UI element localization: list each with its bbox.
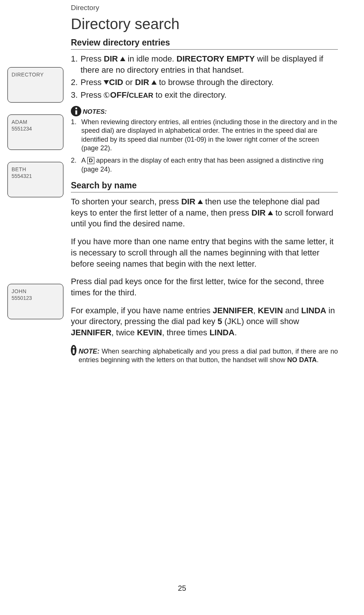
lcd-screen: BETH 5554321 <box>7 162 63 197</box>
text: in idle mode. <box>125 54 176 63</box>
lcd-screen: DIRECTORY <box>7 67 63 103</box>
text: to browse through the directory. <box>157 78 274 87</box>
status-label: NO DATA <box>287 356 317 364</box>
arrow-up-icon <box>198 200 203 204</box>
example-name: LINDA <box>301 306 326 315</box>
note-item: A D appears in the display of each entry… <box>71 156 338 174</box>
example-name: LINDA <box>210 328 235 337</box>
lcd-title: BETH <box>12 166 59 173</box>
sidebar-screens: DIRECTORY ADAM 5551234 BETH 5554321 JOHN… <box>0 0 71 364</box>
paragraph: If you have more than one name entry tha… <box>71 236 338 269</box>
text: Press <box>81 90 104 100</box>
arrow-up-icon <box>151 80 157 85</box>
text: or <box>123 78 135 87</box>
lcd-title: ADAM <box>12 119 59 125</box>
key-label: OFF/ <box>110 90 129 100</box>
key-label: DIR <box>181 197 195 206</box>
key-label: CID <box>109 78 123 87</box>
status-label: DIRECTORY EMPTY <box>176 54 255 63</box>
paragraph: To shorten your search, press DIR then u… <box>71 196 338 229</box>
text: (JKL) once will show <box>222 317 299 326</box>
note-item: When reviewing directory entries, all en… <box>71 118 338 153</box>
example-name: KEVIN <box>137 328 162 337</box>
note-block: NOTE: When searching alphabetically and … <box>71 345 338 365</box>
arrow-up-icon <box>268 211 273 215</box>
main-content: Directory Directory search Review direct… <box>71 0 364 364</box>
lcd-title: DIRECTORY <box>12 71 59 78</box>
example-name: JENNIFER <box>71 328 112 337</box>
page-number: 25 <box>178 584 186 593</box>
text: A <box>81 157 87 164</box>
example-name: JENNIFER <box>213 306 253 315</box>
info-icon <box>71 106 81 116</box>
breadcrumb: Directory <box>71 4 338 12</box>
step-item: Press CID or DIR to browse through the d… <box>71 77 338 88</box>
d-indicator-icon: D <box>87 157 94 164</box>
section-heading: Search by name <box>71 181 338 192</box>
section-heading: Review directory entries <box>71 38 338 50</box>
steps-list: Press DIR in idle mode. DIRECTORY EMPTY … <box>71 53 338 101</box>
step-item: Press DIR in idle mode. DIRECTORY EMPTY … <box>71 53 338 75</box>
notes-block: NOTES: When reviewing directory entries,… <box>71 106 338 174</box>
text: to exit the directory. <box>153 90 226 100</box>
key-label: CLEAR <box>129 91 153 99</box>
paragraph: For example, if you have name entries JE… <box>71 305 338 338</box>
notes-list: When reviewing directory entries, all en… <box>71 118 338 174</box>
text: , <box>253 306 258 315</box>
text: , twice <box>112 328 137 337</box>
text: For example, if you have name entries <box>71 306 213 315</box>
lcd-number: 5550123 <box>12 295 59 301</box>
notes-heading: NOTES: <box>71 106 338 116</box>
info-icon <box>71 345 76 355</box>
arrow-up-icon <box>120 57 125 61</box>
text: Press <box>81 54 104 63</box>
lcd-screen: JOHN 5550123 <box>7 284 63 319</box>
text: . <box>317 356 318 364</box>
text: appears in the display of each entry tha… <box>81 157 323 173</box>
lcd-number: 5554321 <box>12 173 59 179</box>
key-number: 5 <box>217 317 222 326</box>
key-label: DIR <box>135 78 149 87</box>
paragraph: Press dial pad keys once for the first l… <box>71 276 338 298</box>
note-lead: NOTE: <box>79 348 100 355</box>
lcd-gap <box>7 209 63 284</box>
key-label: DIR <box>104 54 118 63</box>
lcd-number: 5551234 <box>12 125 59 132</box>
key-label: DIR <box>251 208 266 217</box>
text: Press <box>81 78 104 87</box>
page-title: Directory search <box>71 16 338 32</box>
text: . <box>235 328 237 337</box>
lcd-screen: ADAM 5551234 <box>7 114 63 150</box>
text: , three times <box>162 328 210 337</box>
lcd-title: JOHN <box>12 288 59 295</box>
page-container: DIRECTORY ADAM 5551234 BETH 5554321 JOHN… <box>0 0 364 364</box>
text: and <box>283 306 301 315</box>
example-name: KEVIN <box>258 306 283 315</box>
notes-title: NOTES: <box>83 108 107 116</box>
step-item: Press ✆OFF/CLEAR to exit the directory. <box>71 90 338 101</box>
note-text: NOTE: When searching alphabetically and … <box>79 345 338 365</box>
arrow-down-icon <box>104 80 109 85</box>
text: To shorten your search, press <box>71 197 181 206</box>
